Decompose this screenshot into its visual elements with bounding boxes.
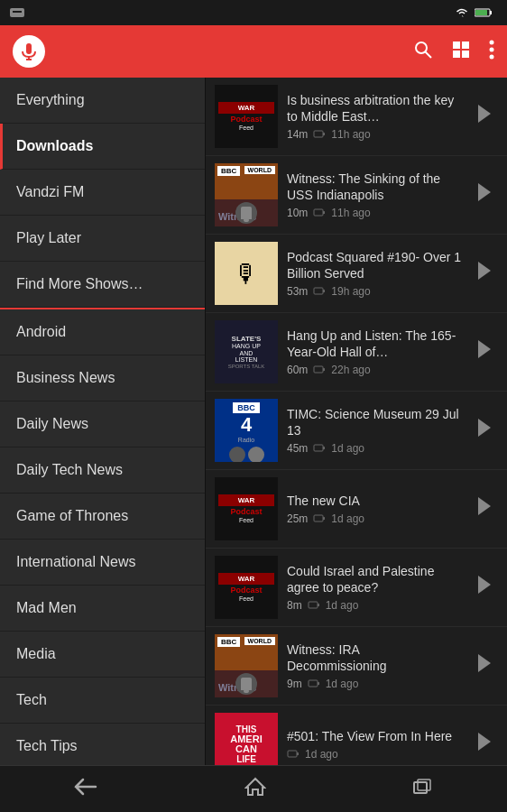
device-icon xyxy=(313,444,326,453)
play-button[interactable] xyxy=(471,182,498,208)
episode-age: 1d ago xyxy=(331,442,364,455)
episode-duration: 10m xyxy=(287,207,308,219)
episode-info: Is business arbitration the key to Middl… xyxy=(287,92,462,141)
svg-point-8 xyxy=(416,42,427,53)
svg-marker-22 xyxy=(478,183,491,201)
episode-age: 1d ago xyxy=(326,599,359,612)
play-button[interactable] xyxy=(471,261,498,286)
sidebar-item-downloads[interactable]: Downloads xyxy=(0,124,205,170)
episode-meta: 53m 19h ago xyxy=(287,285,462,298)
episode-item-ep7[interactable]: WAR Podcast Feed Could Israel and Palest… xyxy=(206,549,507,627)
sidebar-item-everything[interactable]: Everything xyxy=(0,78,205,124)
episode-item-ep8[interactable]: BBC WORLD Witness Witness: IRA Decommiss… xyxy=(206,627,507,706)
episode-title: The new CIA xyxy=(287,493,462,509)
svg-marker-40 xyxy=(478,654,491,672)
sidebar-item-game-of-thrones[interactable]: Game of Thrones xyxy=(0,494,205,540)
episode-age: 11h ago xyxy=(331,128,370,141)
svg-rect-30 xyxy=(323,447,325,449)
grid-view-button[interactable] xyxy=(451,40,471,64)
sidebar-item-international-news[interactable]: International News xyxy=(0,540,205,586)
episode-title: Could Israel and Palestine agree to peac… xyxy=(287,563,462,595)
episode-item-ep4[interactable]: SLATE'S HANG UPANDLISTEN SPORTS TALK Han… xyxy=(206,313,507,392)
episode-meta: 14m 11h ago xyxy=(287,128,462,141)
sidebar-item-mad-men[interactable]: Mad Men xyxy=(0,586,205,632)
episode-thumb: WAR Podcast Feed xyxy=(215,477,278,540)
status-bar xyxy=(0,0,507,25)
episode-info: Hang Up and Listen: The 165-Year-Old Hal… xyxy=(287,328,462,376)
mic-logo-icon xyxy=(19,42,39,61)
episode-list: WAR Podcast Feed Is business arbitration… xyxy=(206,78,507,765)
svg-rect-13 xyxy=(462,51,469,58)
episode-item-ep6[interactable]: WAR Podcast Feed The new CIA 25m 1d ago xyxy=(206,470,507,549)
episode-thumb: WAR Podcast Feed xyxy=(215,85,278,148)
search-button[interactable] xyxy=(413,40,433,64)
play-button[interactable] xyxy=(471,732,498,757)
sidebar-item-media[interactable]: Media xyxy=(0,632,205,678)
play-button[interactable] xyxy=(471,496,498,521)
svg-rect-44 xyxy=(414,782,427,793)
recent-apps-button[interactable] xyxy=(395,769,451,810)
status-bar-right xyxy=(455,7,498,18)
episode-item-ep5[interactable]: BBC 4 Radio TIMC: Science Museum 29 Jul … xyxy=(206,392,507,470)
home-button[interactable] xyxy=(226,768,284,811)
sidebar-item-vandzi-fm[interactable]: Vandzi FM xyxy=(0,170,205,216)
device-icon xyxy=(313,208,326,217)
svg-rect-26 xyxy=(314,366,323,373)
svg-rect-11 xyxy=(462,42,469,49)
episode-duration: 45m xyxy=(287,442,308,455)
play-button[interactable] xyxy=(471,339,498,364)
episode-age: 19h ago xyxy=(331,285,370,298)
episode-item-ep9[interactable]: THIS AMERI CAN LIFE #501: The View From … xyxy=(206,706,507,765)
sidebar-item-tech[interactable]: Tech xyxy=(0,678,205,724)
svg-marker-43 xyxy=(478,733,491,751)
svg-point-16 xyxy=(490,54,494,59)
episode-thumb: SLATE'S HANG UPANDLISTEN SPORTS TALK xyxy=(215,320,278,383)
sidebar-item-android[interactable]: Android xyxy=(0,308,205,355)
episode-title: Witness: IRA Decommissioning xyxy=(287,641,462,674)
device-icon xyxy=(313,287,326,296)
episode-meta: 25m 1d ago xyxy=(287,512,462,525)
more-options-button[interactable] xyxy=(489,40,494,64)
back-button[interactable] xyxy=(56,769,115,810)
app-bar-actions xyxy=(413,40,494,64)
play-button[interactable] xyxy=(471,575,498,600)
svg-rect-1 xyxy=(13,11,22,13)
sidebar-item-daily-news[interactable]: Daily News xyxy=(0,401,205,448)
svg-rect-45 xyxy=(418,780,430,790)
episode-info: #501: The View From In Here 1d ago xyxy=(287,728,462,761)
sidebar-item-tech-tips[interactable]: Tech Tips xyxy=(0,724,205,765)
episode-meta: 45m 1d ago xyxy=(287,442,462,455)
episode-duration: 60m xyxy=(287,364,308,376)
svg-rect-12 xyxy=(453,51,460,58)
svg-rect-33 xyxy=(323,517,325,520)
svg-point-14 xyxy=(490,40,494,44)
device-icon xyxy=(308,601,320,610)
app-logo xyxy=(13,35,45,68)
play-button[interactable] xyxy=(471,653,498,678)
play-button[interactable] xyxy=(471,418,498,443)
svg-rect-5 xyxy=(26,43,32,54)
svg-rect-10 xyxy=(453,42,460,49)
episode-title: TIMC: Science Museum 29 Jul 13 xyxy=(287,406,462,438)
svg-marker-28 xyxy=(478,340,491,358)
main-content: EverythingDownloadsVandzi FMPlay LaterFi… xyxy=(0,78,507,765)
episode-info: The new CIA 25m 1d ago xyxy=(287,493,462,525)
episode-info: Witness: The Sinking of the USS Indianap… xyxy=(287,171,462,219)
sidebar-item-daily-tech-news[interactable]: Daily Tech News xyxy=(0,448,205,494)
sidebar-item-find-more-shows[interactable]: Find More Shows… xyxy=(0,262,205,308)
svg-rect-20 xyxy=(314,209,323,216)
svg-marker-19 xyxy=(478,105,491,123)
battery-icon xyxy=(475,7,493,18)
sidebar-item-play-later[interactable]: Play Later xyxy=(0,216,205,262)
device-icon xyxy=(287,750,300,759)
play-button[interactable] xyxy=(471,104,498,129)
episode-item-ep3[interactable]: 🎙 Podcast Squared #190- Over 1 Billion S… xyxy=(206,235,507,313)
svg-rect-23 xyxy=(314,288,323,294)
sidebar-item-business-news[interactable]: Business News xyxy=(0,355,205,401)
episode-age: 1d ago xyxy=(305,748,338,761)
episode-item-ep1[interactable]: WAR Podcast Feed Is business arbitration… xyxy=(206,78,507,156)
episode-duration: 14m xyxy=(287,128,308,141)
episode-meta: 8m 1d ago xyxy=(287,599,462,612)
episode-title: #501: The View From In Here xyxy=(287,728,462,744)
episode-item-ep2[interactable]: BBC WORLD Witness Witness: The Sinking o… xyxy=(206,156,507,235)
